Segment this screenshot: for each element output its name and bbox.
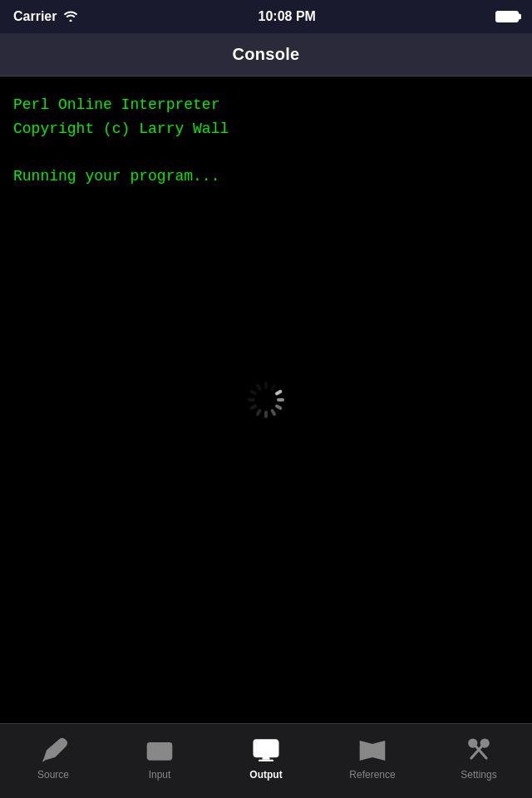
input-tab-label: Input: [149, 769, 171, 781]
tab-settings[interactable]: Settings: [426, 724, 532, 798]
svg-rect-18: [155, 751, 159, 753]
svg-rect-2: [274, 404, 283, 411]
source-tab-label: Source: [37, 769, 69, 781]
tab-reference[interactable]: Reference: [319, 724, 426, 798]
tab-source[interactable]: Source: [0, 724, 106, 798]
battery-icon: [495, 11, 519, 22]
svg-rect-5: [255, 408, 262, 416]
output-tab-label: Output: [249, 769, 282, 781]
svg-rect-19: [160, 751, 163, 753]
svg-rect-21: [153, 756, 166, 758]
svg-rect-17: [150, 751, 154, 753]
svg-rect-6: [249, 404, 258, 411]
svg-point-28: [481, 739, 489, 746]
svg-rect-10: [264, 382, 268, 389]
svg-rect-9: [255, 383, 262, 392]
console-output: Perl Online Interpreter Copyright (c) La…: [13, 93, 519, 189]
nav-bar: Console: [0, 33, 532, 76]
svg-rect-8: [249, 389, 258, 396]
status-right: [495, 11, 519, 22]
svg-rect-7: [248, 398, 255, 401]
svg-rect-0: [274, 389, 283, 396]
tab-output[interactable]: Output: [213, 724, 319, 798]
svg-rect-11: [270, 383, 277, 392]
tab-input[interactable]: Input: [106, 724, 213, 798]
settings-icon: [464, 736, 494, 766]
svg-rect-26: [259, 759, 273, 761]
svg-rect-16: [164, 746, 167, 749]
reference-icon: [357, 736, 387, 766]
settings-tab-label: Settings: [461, 769, 496, 781]
loading-spinner: [244, 378, 288, 421]
svg-rect-20: [164, 751, 167, 753]
svg-rect-15: [160, 746, 163, 749]
output-icon: [251, 736, 281, 766]
input-icon: [145, 736, 175, 766]
status-bar: Carrier 10:08 PM: [0, 0, 532, 33]
spinner-svg: [236, 370, 295, 429]
svg-rect-3: [270, 408, 277, 416]
status-left: Carrier: [13, 9, 78, 24]
source-icon: [38, 736, 68, 766]
console-area: Perl Online Interpreter Copyright (c) La…: [0, 76, 532, 723]
reference-tab-label: Reference: [349, 769, 395, 781]
status-time: 10:08 PM: [259, 9, 316, 24]
nav-title: Console: [233, 45, 300, 64]
svg-point-30: [469, 739, 476, 746]
svg-rect-24: [255, 741, 276, 753]
svg-rect-14: [155, 746, 159, 749]
tab-bar: Source Input Output: [0, 723, 532, 798]
svg-rect-13: [150, 746, 154, 749]
svg-rect-25: [263, 757, 270, 760]
wifi-icon: [63, 10, 78, 24]
svg-rect-4: [264, 411, 268, 418]
svg-rect-1: [277, 398, 284, 401]
carrier-label: Carrier: [13, 9, 57, 24]
